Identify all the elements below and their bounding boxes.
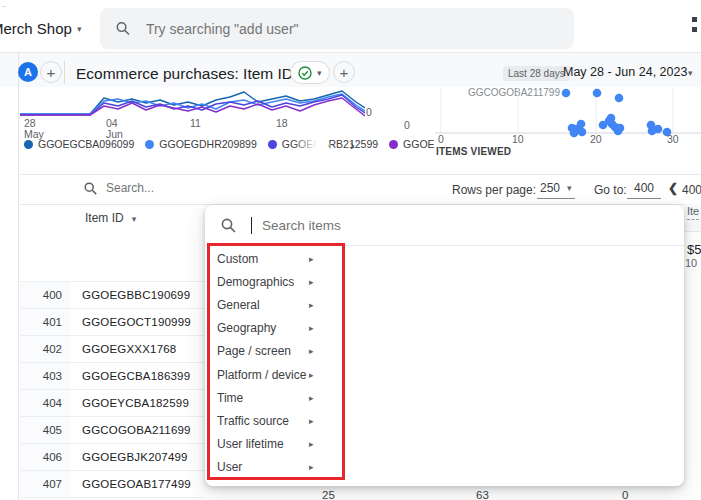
chart-legend: GGOEGCBA096099GGOEGDHR209899GGOEGBRB2125… [24,138,435,150]
partial-cell-value: 0 [622,489,628,500]
partial-cell-value: 25 [322,489,335,500]
table-row: 402GGOEGXXX1768 [20,336,205,363]
legend-item: GGOEGCBA096099 [24,138,134,150]
scatter-point [562,89,571,98]
account-switcher[interactable]: Merch Shop▾ [0,20,81,37]
caret-down-icon: ▾ [317,68,322,78]
scatter-x-tick: 0 [438,133,444,145]
table-row: 403GGOEGCBA186399 [20,363,205,390]
caret-down-icon: ▾ [567,183,572,193]
dimension-dropdown-panel: Custom▸Demographics▸General▸Geography▸Pa… [205,205,684,486]
legend-item: GGOE [389,138,435,150]
dimension-category-custom[interactable]: Custom▸ [205,247,684,270]
date-range[interactable]: May 28 - Jun 24, 2023 [563,65,687,79]
avatar[interactable]: A [18,62,38,82]
table-body: 400GGOEGBBC190699401GGOEGOCT190999402GGO… [20,281,205,500]
legend-label: GGOE [403,138,435,150]
row-index: 406 [20,444,70,470]
item-id-cell: GGCOGOBA211699 [70,424,191,436]
item-id-cell: GGOEYCBA182599 [70,397,189,409]
dimension-category-geography[interactable]: Geography▸ [205,317,684,340]
submenu-arrow-icon: ▸ [309,346,314,356]
dimension-category-label: Demographics [217,275,294,289]
legend-prev-icon[interactable]: ‹ [327,137,332,153]
row-index: 400 [20,282,70,308]
submenu-arrow-icon: ▸ [309,416,314,426]
legend-label: GGOEGDHR209899 [159,138,256,150]
pager-prev-icon[interactable]: ❮ [668,181,678,195]
table-search[interactable] [84,180,258,196]
dimension-category-label: Custom [217,252,258,266]
legend-item: GGOEGDHR209899 [145,138,256,150]
scatter-point [578,128,587,137]
global-search[interactable] [100,8,574,49]
row-index: 402 [20,336,70,362]
add-metric-button[interactable]: + [333,61,355,83]
partial-cell-value: 63 [476,489,489,500]
dimension-category-traffic-source[interactable]: Traffic source▸ [205,409,684,432]
legend-label: GGOEGCBA096099 [38,138,134,150]
scatter-x-tick: 20 [590,133,602,145]
scatter-point [577,120,586,129]
row-index: 405 [20,417,70,443]
item-id-cell: GGOEGOAB177499 [70,478,191,490]
table-search-input[interactable] [104,180,258,196]
table-row: 406GGOEGBJK207499 [20,444,205,471]
search-icon [116,21,130,36]
item-id-cell: GGOEGCBA186399 [70,370,190,382]
table-row: 404GGOEYCBA182599 [20,390,205,417]
submenu-arrow-icon: ▸ [309,254,314,264]
rows-per-page-value: 250 [540,181,560,195]
dimension-category-general[interactable]: General▸ [205,293,684,316]
row-index: 407 [20,471,70,497]
legend-dot-icon [268,140,277,149]
submenu-arrow-icon: ▸ [309,439,314,449]
row-index: 401 [20,309,70,335]
totals-value-fragment: $5 [687,242,701,257]
scatter-point [615,94,624,103]
dimension-category-user-lifetime[interactable]: User lifetime▸ [205,433,684,456]
scatter-x-axis-title: ITEMS VIEWED [436,146,511,157]
dimension-category-label: Geography [217,321,276,335]
item-id-column-header[interactable]: Item ID▾ [85,211,136,225]
pager-range: 400-649 [682,183,701,197]
page-title: Ecommerce purchases: Item ID [76,65,293,83]
dimension-category-label: Platform / device [217,368,306,382]
header-divider [64,61,65,84]
dimension-category-label: User [217,460,242,474]
dimension-category-platform-device[interactable]: Platform / device▸ [205,363,684,386]
dimension-category-time[interactable]: Time▸ [205,386,684,409]
legend-next-icon[interactable]: › [350,137,355,153]
toolbar-top-divider [20,174,701,175]
rows-per-page-select[interactable]: 250 ▾ [537,181,575,199]
line-x-tick: 04Jun [106,118,123,140]
table-row: 405GGCOGOBA211699 [20,417,205,444]
apps-grid-icon[interactable] [692,17,701,32]
scatter-chart [435,88,701,138]
dimension-category-page-screen[interactable]: Page / screen▸ [205,340,684,363]
dimension-category-label: General [217,298,260,312]
legend-dot-icon [24,140,33,149]
scatter-x-tick: 30 [667,133,679,145]
global-search-input[interactable] [144,20,558,38]
line-x-tick: 18 [276,118,288,129]
search-icon [84,182,97,195]
right-header-divider [684,231,701,232]
dimension-category-demographics[interactable]: Demographics▸ [205,270,684,293]
sort-caret-icon: ▾ [132,214,137,224]
item-id-cell: GGOEGXXX1768 [70,343,176,355]
dimension-category-user[interactable]: User▸ [205,456,684,479]
goto-input[interactable]: 400 [627,181,661,199]
legend-fade [294,136,328,152]
right-column-underline [687,219,699,220]
add-tab-button[interactable]: + [40,61,62,83]
dimension-search-input[interactable] [260,217,584,234]
table-row: 400GGOEGBBC190699 [20,281,205,309]
submenu-arrow-icon: ▸ [309,323,314,333]
left-divider [18,52,19,500]
search-icon [221,218,236,233]
validation-pill[interactable]: ▾ [290,61,330,84]
dimension-category-label: User lifetime [217,437,284,451]
caret-down-icon[interactable]: ▾ [688,68,693,78]
dimension-search[interactable] [205,205,684,246]
